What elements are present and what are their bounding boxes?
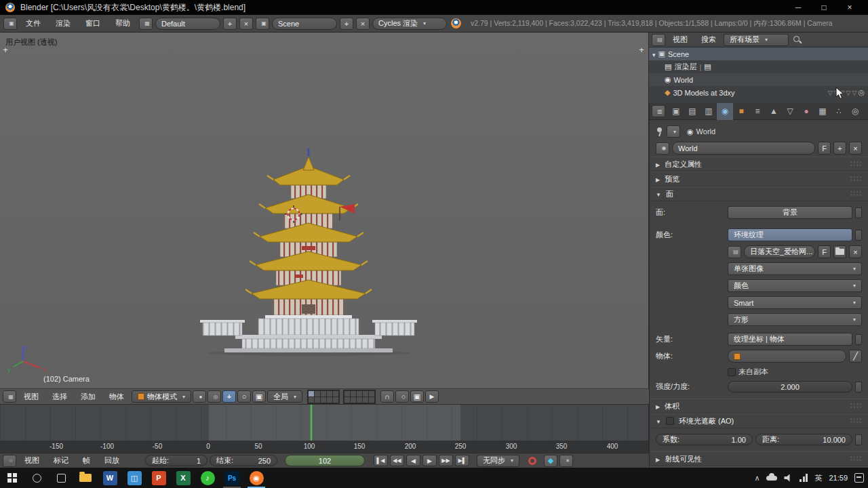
editor-type-icon[interactable] (3, 18, 17, 30)
timeline-menu-view[interactable]: 视图 (18, 454, 45, 468)
screen-layout-icon[interactable] (139, 18, 153, 30)
section-volume[interactable]: 体积 (650, 399, 868, 413)
panel-drag-dots[interactable] (850, 403, 862, 409)
keying-set-select[interactable] (559, 455, 573, 467)
panel-drag-dots[interactable] (850, 176, 862, 182)
menu-render[interactable]: 渲染 (50, 17, 77, 30)
photos-button[interactable]: ◫ (122, 468, 146, 488)
animate-dot-button[interactable] (855, 207, 862, 218)
world-datablock-browse-button[interactable] (656, 142, 669, 155)
powerpoint-button[interactable]: P (146, 468, 171, 488)
tab-texture[interactable]: ▦ (814, 103, 831, 120)
outliner-row-world[interactable]: World (649, 73, 868, 86)
menu-window[interactable]: 窗口 (79, 17, 106, 30)
unlink-world-button[interactable] (849, 142, 862, 155)
manipulator-rotate-toggle[interactable] (237, 390, 251, 403)
view3d-menu-select[interactable]: 选择 (46, 390, 73, 403)
collapse-icon[interactable] (656, 160, 660, 168)
panel-drag-dots[interactable] (850, 455, 862, 462)
render-animation-button[interactable] (425, 390, 439, 403)
timeline-menu-playback[interactable]: 回放 (98, 454, 125, 468)
animate-dot-button[interactable] (855, 382, 862, 392)
transform-orientation-select[interactable]: 全局 (267, 390, 302, 403)
prev-keyframe-button[interactable] (390, 455, 404, 466)
scene-field[interactable]: Scene (272, 18, 337, 30)
image-fake-user-button[interactable]: F (818, 245, 831, 258)
tab-material[interactable]: ● (798, 103, 814, 120)
view3d-menu-add[interactable]: 添加 (75, 390, 102, 403)
timeline-tracks[interactable] (0, 405, 649, 441)
clock[interactable]: 21:59 (829, 474, 848, 482)
tab-world[interactable]: ◉ (717, 103, 733, 120)
tab-render[interactable]: ▣ (668, 103, 684, 120)
viewport-shading-select[interactable] (193, 390, 206, 403)
section-ambient-occlusion[interactable]: 环境光遮蔽 (AO) (650, 413, 868, 428)
volume-icon[interactable] (784, 474, 793, 483)
network-icon[interactable] (800, 474, 808, 482)
outliner-row-scene[interactable]: Scene (649, 47, 868, 60)
tab-scene[interactable]: ▥ (701, 103, 717, 120)
outliner-scope-select[interactable]: 所有场景 (724, 34, 789, 46)
outliner-menu-search[interactable]: 搜索 (695, 33, 722, 47)
animate-dot-button[interactable] (855, 434, 862, 445)
task-view-button[interactable] (49, 468, 73, 488)
image-browse-button[interactable] (728, 246, 741, 258)
color-space-select[interactable]: 颜色 (728, 279, 862, 292)
manipulator-scale-toggle[interactable] (252, 390, 266, 403)
animate-dot-button[interactable] (855, 230, 862, 241)
collapse-icon[interactable] (656, 417, 661, 425)
collapse-icon[interactable] (656, 175, 660, 183)
timeline-menu-marker[interactable]: 标记 (47, 454, 75, 468)
pivot-point-select[interactable] (208, 390, 221, 403)
layer-group-1[interactable] (307, 390, 340, 404)
play-button[interactable] (422, 455, 437, 466)
open-image-button[interactable] (833, 245, 846, 258)
auto-keyframe-toggle[interactable] (544, 455, 557, 467)
tray-expand-icon[interactable] (754, 474, 760, 483)
surface-shader-button[interactable]: 背景 (728, 206, 852, 219)
strength-field[interactable]: 2.000 (728, 381, 852, 392)
jump-to-end-button[interactable] (455, 455, 469, 466)
expand-icon[interactable] (652, 50, 656, 58)
projection-select[interactable]: Smart (728, 296, 862, 309)
view3d-menu-object[interactable]: 物体 (103, 390, 130, 403)
panel-drag-dots[interactable] (850, 190, 862, 197)
ao-enable-checkbox[interactable] (666, 417, 674, 425)
tab-particles[interactable]: ∴ (831, 103, 847, 120)
section-ray-visibility[interactable]: 射线可见性 (650, 451, 868, 466)
toolshelf-expand-icon[interactable]: + (1, 45, 10, 54)
search-button[interactable] (24, 468, 49, 488)
manipulator-translate-toggle[interactable] (222, 390, 236, 403)
word-button[interactable]: W (98, 468, 122, 488)
jump-to-start-button[interactable] (374, 455, 388, 466)
tab-data[interactable]: ▽ (782, 103, 798, 120)
frame-end-field[interactable]: 结束: 250 (210, 455, 277, 466)
action-center-icon[interactable] (854, 473, 864, 483)
animate-dot-button[interactable] (855, 334, 862, 345)
outliner-menu-view[interactable]: 视图 (667, 33, 694, 47)
world-name-field[interactable]: World (672, 142, 815, 155)
timeline-playhead[interactable] (311, 405, 312, 441)
start-button[interactable] (0, 468, 24, 488)
properties-shelf-expand-icon[interactable]: + (637, 45, 646, 54)
tab-constraints[interactable]: ≡ (749, 103, 766, 120)
view3d-menu-view[interactable]: 视图 (18, 390, 45, 403)
render-engine-select[interactable]: Cycles 渲染 (372, 18, 447, 30)
collapse-icon[interactable] (656, 455, 660, 463)
add-scene-button[interactable] (340, 18, 353, 30)
file-explorer-button[interactable] (73, 468, 98, 488)
photoshop-button[interactable]: Ps (220, 468, 244, 488)
restrict-toggles[interactable] (828, 88, 865, 97)
color-input-button[interactable]: 环境纹理 (728, 228, 852, 241)
tab-render-layers[interactable]: ▤ (684, 103, 701, 120)
eyedropper-button[interactable] (849, 350, 862, 363)
remove-layout-button[interactable] (239, 18, 253, 30)
render-still-button[interactable] (410, 390, 424, 403)
panel-drag-dots[interactable] (850, 161, 862, 167)
snap-element-select[interactable] (395, 390, 409, 403)
outliner-editor-type-icon[interactable] (652, 34, 665, 46)
timeline-editor-type-icon[interactable] (3, 455, 16, 467)
image-name-field[interactable]: 日落天空_爱给网... (744, 245, 815, 258)
search-icon[interactable] (793, 35, 802, 44)
section-preview[interactable]: 预览 (650, 171, 868, 186)
